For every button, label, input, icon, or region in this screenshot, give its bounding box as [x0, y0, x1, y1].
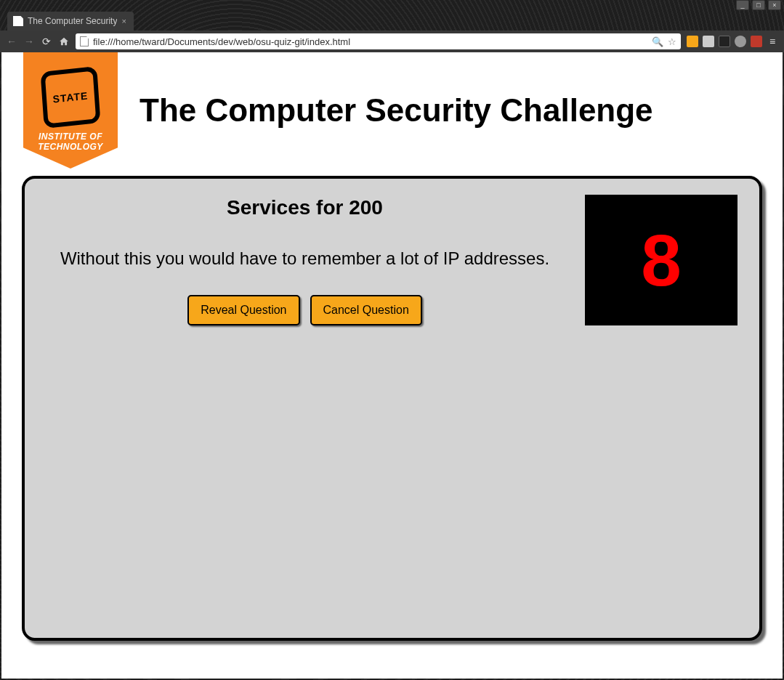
page-header: STATE INSTITUTE OFTECHNOLOGY The Compute… [1, 52, 783, 169]
back-button[interactable]: ← [6, 36, 17, 47]
question-area: Services for 200 Without this you would … [47, 193, 563, 325]
category-heading: Services for 200 [47, 196, 563, 219]
extension-icon[interactable] [751, 36, 762, 47]
game-panel: Services for 200 Without this you would … [22, 176, 762, 641]
tab-title: The Computer Security [28, 16, 117, 26]
clue-text: Without this you would have to remember … [47, 248, 563, 269]
url-text: file:///home/tward/Documents/dev/web/osu… [93, 36, 647, 47]
bookmark-icon[interactable]: ☆ [668, 36, 676, 47]
osu-logo: STATE INSTITUTE OFTECHNOLOGY [23, 52, 118, 169]
browser-tab[interactable]: The Computer Security × [7, 12, 134, 31]
extension-icon[interactable] [735, 36, 746, 47]
page-title: The Computer Security Challenge [140, 92, 653, 129]
window-maximize-button[interactable]: □ [752, 0, 765, 10]
extension-icon[interactable] [687, 36, 698, 47]
tab-strip: The Computer Security × [0, 10, 784, 31]
reveal-question-button[interactable]: Reveal Question [187, 295, 299, 325]
window-close-button[interactable]: × [768, 0, 781, 10]
timer-box: 8 [585, 195, 737, 325]
extension-icons: ≡ [687, 36, 778, 47]
timer-value: 8 [641, 219, 682, 302]
url-input[interactable]: file:///home/tward/Documents/dev/web/osu… [76, 33, 681, 49]
reload-button[interactable]: ⟳ [41, 36, 52, 47]
logo-mark: STATE [40, 66, 100, 129]
browser-window: _ □ × The Computer Security × ← → ⟳ file… [0, 0, 784, 680]
window-minimize-button[interactable]: _ [736, 0, 749, 10]
button-row: Reveal Question Cancel Question [47, 295, 563, 325]
forward-button[interactable]: → [23, 36, 35, 47]
extension-icon[interactable] [719, 36, 730, 47]
logo-subtext: INSTITUTE OFTECHNOLOGY [38, 131, 103, 153]
zoom-icon[interactable]: 🔍 [652, 36, 663, 47]
menu-icon[interactable]: ≡ [767, 36, 778, 47]
cancel-question-button[interactable]: Cancel Question [310, 295, 422, 325]
window-titlebar: _ □ × [0, 0, 784, 10]
address-bar: ← → ⟳ file:///home/tward/Documents/dev/w… [0, 31, 784, 52]
page-icon [80, 36, 89, 46]
home-button[interactable] [58, 36, 70, 47]
logo-mark-text: STATE [52, 90, 89, 104]
page-icon [13, 16, 23, 26]
gear-icon[interactable] [703, 36, 714, 47]
page-content: STATE INSTITUTE OFTECHNOLOGY The Compute… [1, 52, 783, 679]
tab-close-button[interactable]: × [121, 17, 126, 25]
